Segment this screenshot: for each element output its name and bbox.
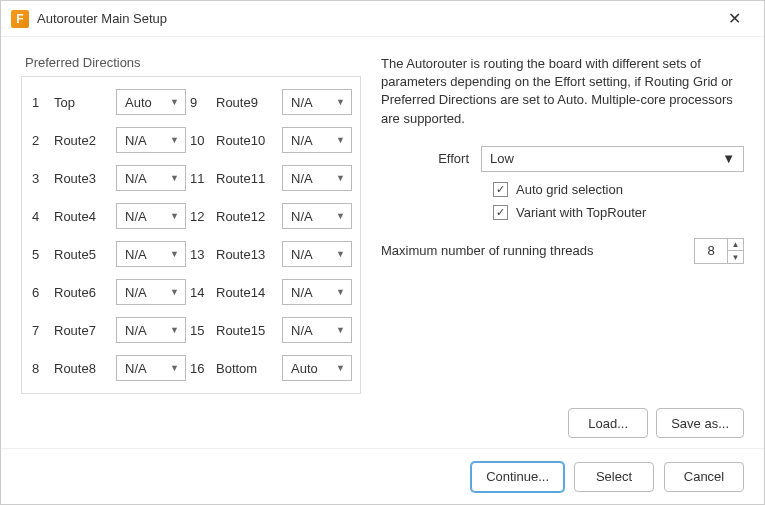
direction-dropdown[interactable]: N/A▼: [282, 279, 352, 305]
dropdown-value: N/A: [291, 285, 313, 300]
spinner-arrows: ▲ ▼: [727, 239, 743, 263]
description-text: The Autorouter is routing the board with…: [381, 55, 744, 128]
chevron-down-icon: ▼: [336, 287, 345, 297]
chevron-down-icon: ▼: [336, 363, 345, 373]
layer-number: 9: [190, 95, 212, 110]
direction-dropdown[interactable]: N/A▼: [282, 165, 352, 191]
load-button[interactable]: Load...: [568, 408, 648, 438]
settings-column: The Autorouter is routing the board with…: [381, 55, 744, 438]
layer-name: Route10: [216, 133, 278, 148]
toprouter-checkbox[interactable]: ✓: [493, 205, 508, 220]
layer-name: Route11: [216, 171, 278, 186]
chevron-down-icon: ▼: [170, 363, 179, 373]
layer-name: Route8: [54, 361, 112, 376]
dropdown-value: N/A: [125, 285, 147, 300]
auto-grid-row: ✓ Auto grid selection: [493, 182, 744, 197]
layer-name: Route7: [54, 323, 112, 338]
preferred-directions-label: Preferred Directions: [21, 55, 361, 70]
direction-dropdown[interactable]: N/A▼: [116, 317, 186, 343]
dropdown-value: N/A: [291, 323, 313, 338]
preferred-directions-group: 1TopAuto▼9Route9N/A▼2Route2N/A▼10Route10…: [21, 76, 361, 394]
effort-value: Low: [490, 151, 514, 166]
autorouter-setup-window: F Autorouter Main Setup ✕ Preferred Dire…: [0, 0, 765, 505]
dropdown-value: N/A: [125, 133, 147, 148]
direction-dropdown[interactable]: N/A▼: [282, 89, 352, 115]
cancel-button[interactable]: Cancel: [664, 462, 744, 492]
direction-dropdown[interactable]: Auto▼: [116, 89, 186, 115]
dropdown-value: N/A: [125, 323, 147, 338]
dropdown-value: N/A: [125, 209, 147, 224]
dropdown-value: Auto: [291, 361, 318, 376]
direction-dropdown[interactable]: N/A▼: [116, 241, 186, 267]
layer-number: 7: [32, 323, 50, 338]
direction-dropdown[interactable]: N/A▼: [282, 127, 352, 153]
layer-name: Route4: [54, 209, 112, 224]
layer-name: Route13: [216, 247, 278, 262]
threads-spinner[interactable]: 8 ▲ ▼: [694, 238, 744, 264]
effort-dropdown[interactable]: Low ▼: [481, 146, 744, 172]
threads-row: Maximum number of running threads 8 ▲ ▼: [381, 238, 744, 264]
layer-number: 13: [190, 247, 212, 262]
direction-dropdown[interactable]: N/A▼: [282, 241, 352, 267]
layer-number: 4: [32, 209, 50, 224]
threads-label: Maximum number of running threads: [381, 243, 684, 258]
dropdown-value: N/A: [291, 95, 313, 110]
toprouter-label: Variant with TopRouter: [516, 205, 646, 220]
layer-name: Route5: [54, 247, 112, 262]
layer-name: Top: [54, 95, 112, 110]
layer-name: Route3: [54, 171, 112, 186]
layer-name: Route15: [216, 323, 278, 338]
direction-dropdown[interactable]: N/A▼: [282, 203, 352, 229]
layer-number: 3: [32, 171, 50, 186]
direction-dropdown[interactable]: N/A▼: [116, 355, 186, 381]
check-icon: ✓: [496, 206, 505, 219]
chevron-down-icon: ▼: [336, 173, 345, 183]
close-button[interactable]: ✕: [714, 5, 754, 33]
chevron-down-icon: ▼: [336, 211, 345, 221]
effort-row: Effort Low ▼: [381, 146, 744, 172]
direction-dropdown[interactable]: N/A▼: [116, 203, 186, 229]
chevron-down-icon: ▼: [170, 211, 179, 221]
footer-buttons: Continue... Select Cancel: [1, 448, 764, 504]
content-area: Preferred Directions 1TopAuto▼9Route9N/A…: [1, 37, 764, 448]
layer-number: 11: [190, 171, 212, 186]
direction-dropdown[interactable]: N/A▼: [116, 127, 186, 153]
load-save-buttons: Load... Save as...: [381, 398, 744, 438]
direction-dropdown[interactable]: Auto▼: [282, 355, 352, 381]
auto-grid-label: Auto grid selection: [516, 182, 623, 197]
chevron-down-icon: ▼: [336, 97, 345, 107]
dropdown-value: N/A: [291, 247, 313, 262]
window-title: Autorouter Main Setup: [37, 11, 714, 26]
layer-number: 12: [190, 209, 212, 224]
auto-grid-checkbox[interactable]: ✓: [493, 182, 508, 197]
direction-dropdown[interactable]: N/A▼: [282, 317, 352, 343]
layer-number: 14: [190, 285, 212, 300]
chevron-down-icon: ▼: [170, 97, 179, 107]
spinner-down-icon[interactable]: ▼: [728, 251, 743, 263]
titlebar: F Autorouter Main Setup ✕: [1, 1, 764, 37]
chevron-down-icon: ▼: [336, 135, 345, 145]
chevron-down-icon: ▼: [170, 325, 179, 335]
spinner-up-icon[interactable]: ▲: [728, 239, 743, 252]
direction-dropdown[interactable]: N/A▼: [116, 165, 186, 191]
dropdown-value: N/A: [291, 171, 313, 186]
chevron-down-icon: ▼: [336, 249, 345, 259]
layer-name: Route14: [216, 285, 278, 300]
layer-number: 10: [190, 133, 212, 148]
layer-name: Route9: [216, 95, 278, 110]
select-button[interactable]: Select: [574, 462, 654, 492]
direction-dropdown[interactable]: N/A▼: [116, 279, 186, 305]
layer-name: Route2: [54, 133, 112, 148]
dropdown-value: N/A: [125, 247, 147, 262]
layer-name: Route6: [54, 285, 112, 300]
dropdown-value: N/A: [291, 133, 313, 148]
layer-number: 6: [32, 285, 50, 300]
chevron-down-icon: ▼: [722, 151, 735, 166]
chevron-down-icon: ▼: [170, 135, 179, 145]
preferred-directions-grid: 1TopAuto▼9Route9N/A▼2Route2N/A▼10Route10…: [32, 89, 350, 381]
dropdown-value: N/A: [291, 209, 313, 224]
save-as-button[interactable]: Save as...: [656, 408, 744, 438]
layer-name: Bottom: [216, 361, 278, 376]
continue-button[interactable]: Continue...: [471, 462, 564, 492]
effort-label: Effort: [381, 151, 481, 166]
